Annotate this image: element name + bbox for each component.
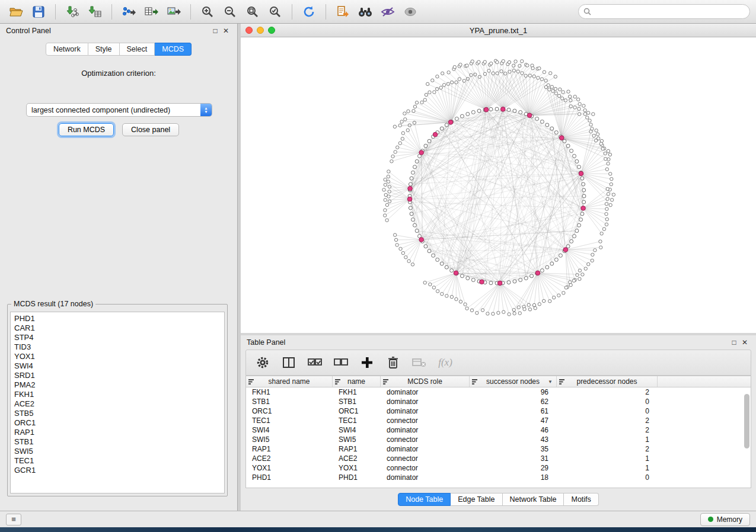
close-table-panel-icon[interactable]: ✕: [739, 338, 750, 347]
close-panel-button[interactable]: Close panel: [122, 123, 179, 136]
mcds-node-item[interactable]: PHD1: [14, 314, 224, 323]
mcds-node-item[interactable]: RAP1: [14, 428, 224, 437]
table-settings-gear-icon[interactable]: [254, 354, 271, 371]
table-row[interactable]: FKH1FKH1dominator962: [246, 387, 751, 397]
table-row[interactable]: RAP1RAP1dominator352: [246, 444, 751, 454]
table-cell[interactable]: 96: [470, 387, 557, 397]
table-cell[interactable]: 61: [470, 406, 557, 416]
table-cell[interactable]: PHD1: [246, 473, 333, 482]
table-cell[interactable]: dominator: [381, 406, 470, 416]
table-cell[interactable]: 46: [470, 425, 557, 435]
table-cell[interactable]: YOX1: [333, 463, 381, 473]
table-cell[interactable]: SWI5: [246, 435, 333, 444]
column-header-MCDS-role[interactable]: MCDS role: [381, 376, 470, 387]
tab-mcds[interactable]: MCDS: [155, 43, 192, 56]
table-cell[interactable]: ACE2: [246, 454, 333, 463]
table-cell[interactable]: 0: [557, 406, 658, 416]
tab-motifs[interactable]: Motifs: [564, 493, 598, 506]
table-cell[interactable]: 62: [470, 397, 557, 406]
table-cell[interactable]: connector: [381, 454, 470, 463]
table-cell[interactable]: connector: [381, 416, 470, 425]
table-cell[interactable]: 1: [557, 463, 658, 473]
table-cell[interactable]: 43: [470, 435, 557, 444]
export-network-icon[interactable]: [119, 3, 139, 21]
table-cell[interactable]: dominator: [381, 387, 470, 397]
table-cell[interactable]: 35: [470, 444, 557, 454]
table-cell[interactable]: connector: [381, 463, 470, 473]
open-file-icon[interactable]: [6, 3, 26, 21]
scrollbar-thumb[interactable]: [744, 394, 749, 448]
run-mcds-button[interactable]: Run MCDS: [59, 123, 114, 136]
network-canvas[interactable]: [241, 37, 756, 333]
table-row[interactable]: STB1STB1dominator620: [246, 397, 751, 406]
table-scrollbar[interactable]: [743, 389, 749, 485]
table-cell[interactable]: 2: [557, 416, 658, 425]
table-cell[interactable]: ACE2: [333, 454, 381, 463]
table-cell[interactable]: TEC1: [246, 416, 333, 425]
table-cell[interactable]: STB1: [333, 397, 381, 406]
table-cell[interactable]: 47: [470, 416, 557, 425]
mcds-node-item[interactable]: GCR1: [14, 466, 224, 475]
refresh-layout-icon[interactable]: [299, 3, 319, 21]
mcds-node-item[interactable]: CAR1: [14, 323, 224, 333]
column-header-successor-nodes[interactable]: successor nodes▼: [470, 376, 557, 387]
add-column-icon[interactable]: [359, 354, 375, 371]
table-cell[interactable]: 1: [557, 454, 658, 463]
mcds-node-item[interactable]: ORC1: [14, 418, 224, 428]
table-cell[interactable]: 29: [470, 463, 557, 473]
export-table-icon[interactable]: [141, 3, 161, 21]
zoom-out-icon[interactable]: [220, 3, 240, 21]
mcds-node-item[interactable]: SWI5: [14, 447, 224, 456]
mcds-node-item[interactable]: STB5: [14, 409, 224, 418]
deselect-all-rows-icon[interactable]: [333, 354, 349, 371]
table-cell[interactable]: dominator: [381, 473, 470, 482]
mcds-node-item[interactable]: YOX1: [14, 352, 224, 361]
import-table-from-file-icon[interactable]: [85, 3, 105, 21]
network-graph[interactable]: [241, 37, 756, 332]
table-cell[interactable]: RAP1: [246, 444, 333, 454]
mcds-result-list[interactable]: PHD1CAR1STP4TID3YOX1SWI4SRD1PMA2FKH1ACE2…: [10, 312, 225, 493]
table-row[interactable]: SWI5SWI5connector431: [246, 435, 751, 444]
close-panel-icon[interactable]: ✕: [221, 27, 231, 35]
table-cell[interactable]: 0: [557, 473, 658, 482]
zoom-fit-icon[interactable]: [243, 3, 263, 21]
tab-style[interactable]: Style: [88, 43, 120, 56]
table-cell[interactable]: dominator: [381, 425, 470, 435]
mcds-node-item[interactable]: SWI4: [14, 361, 224, 371]
table-row[interactable]: ORC1ORC1dominator610: [246, 406, 751, 416]
table-row[interactable]: SWI4SWI4dominator462: [246, 425, 751, 435]
column-header-name[interactable]: name: [333, 376, 381, 387]
table-cell[interactable]: SWI5: [333, 435, 381, 444]
optimization-criterion-dropdown[interactable]: largest connected component (undirected)…: [26, 103, 212, 117]
show-columns-icon[interactable]: [280, 354, 297, 371]
mcds-node-item[interactable]: SRD1: [14, 371, 224, 380]
table-cell[interactable]: PHD1: [333, 473, 381, 482]
mcds-node-item[interactable]: TEC1: [14, 456, 224, 466]
float-table-panel-icon[interactable]: □: [729, 338, 739, 347]
table-cell[interactable]: RAP1: [333, 444, 381, 454]
table-cell[interactable]: YOX1: [246, 463, 333, 473]
column-header-predecessor-nodes[interactable]: predecessor nodes: [557, 376, 658, 387]
tab-network-table[interactable]: Network Table: [503, 493, 564, 506]
binoculars-search-icon[interactable]: [355, 3, 375, 21]
eye-icon[interactable]: [400, 3, 420, 21]
memory-button[interactable]: Memory: [700, 513, 750, 526]
table-cell[interactable]: TEC1: [333, 416, 381, 425]
table-cell[interactable]: dominator: [381, 444, 470, 454]
table-cell[interactable]: SWI4: [246, 425, 333, 435]
save-icon[interactable]: [28, 3, 49, 21]
select-all-rows-icon[interactable]: [307, 354, 323, 371]
table-row[interactable]: TEC1TEC1connector472: [246, 416, 751, 425]
table-row[interactable]: PHD1PHD1dominator180: [246, 473, 751, 482]
zoom-selected-icon[interactable]: [265, 3, 285, 21]
export-image-icon[interactable]: [164, 3, 184, 21]
table-cell[interactable]: 1: [557, 435, 658, 444]
import-network-from-file-icon[interactable]: [62, 3, 82, 21]
tab-edge-table[interactable]: Edge Table: [451, 493, 502, 506]
search-input[interactable]: [594, 8, 745, 16]
mcds-node-item[interactable]: FKH1: [14, 390, 224, 399]
mcds-node-item[interactable]: ACE2: [14, 399, 224, 409]
mcds-node-item[interactable]: PMA2: [14, 380, 224, 390]
tab-select[interactable]: Select: [120, 43, 155, 56]
tab-node-table[interactable]: Node Table: [398, 493, 451, 506]
